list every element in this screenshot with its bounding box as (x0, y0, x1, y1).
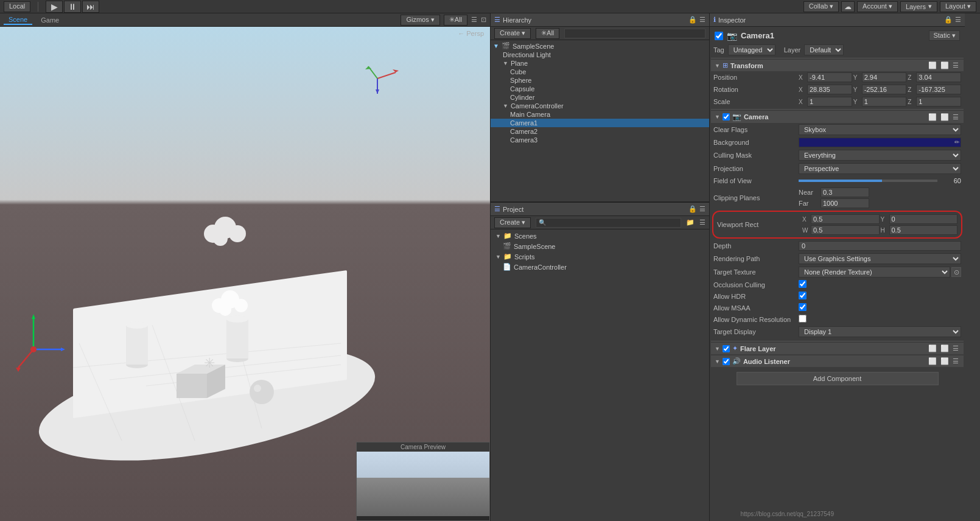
project-item-scenes[interactable]: ▼ 📁 Scenes (491, 231, 709, 241)
transform-icon-btn-2[interactable]: ⬜ (939, 61, 950, 69)
project-options[interactable]: ☰ (699, 205, 705, 213)
all-button[interactable]: ✳All (444, 15, 467, 26)
hierarchy-lock[interactable]: 🔒 (688, 16, 697, 24)
hierarchy-item-cylinder[interactable]: Cylinder (491, 93, 709, 102)
near-input[interactable] (821, 187, 869, 197)
game-tab[interactable]: Game (36, 16, 64, 24)
project-create[interactable]: Create ▾ (494, 217, 531, 228)
flare-layer-header[interactable]: ▼ ✦ Flare Layer ⬜ ⬜ ☰ (711, 343, 964, 354)
cloud-button[interactable]: ☁ (841, 1, 855, 12)
pos-z-input[interactable] (916, 72, 961, 82)
rendering-path-dropdown[interactable]: Use Graphics Settings (799, 253, 961, 264)
vp-y-input[interactable] (889, 214, 958, 224)
project-lock[interactable]: 🔒 (688, 205, 697, 213)
depth-input[interactable] (799, 241, 961, 251)
hierarchy-item-camera1[interactable]: Camera1 (491, 119, 709, 127)
allow-hdr-checkbox[interactable] (799, 292, 807, 299)
camera-icon-btn-2[interactable]: ⬜ (939, 113, 950, 121)
hierarchy-item-camera3[interactable]: Camera3 (491, 136, 709, 144)
project-item-scripts[interactable]: ▼ 📁 Scripts (491, 251, 709, 262)
hierarchy-item-cube[interactable]: Cube (491, 68, 709, 76)
occlusion-culling-checkbox[interactable] (799, 280, 807, 288)
allow-dynamic-res-checkbox[interactable] (799, 315, 807, 323)
culling-mask-dropdown[interactable]: Everything (799, 150, 961, 161)
vp-w-input[interactable] (811, 225, 880, 235)
camera-active-checkbox[interactable] (723, 113, 730, 121)
pos-x-input[interactable] (807, 72, 852, 82)
local-button[interactable]: Local (4, 1, 30, 12)
background-value[interactable]: ✏ (799, 138, 961, 147)
svg-point-18 (250, 380, 274, 404)
inspector-options[interactable]: ☰ (955, 16, 961, 24)
hierarchy-item-directional-light[interactable]: Directional Light (491, 51, 709, 59)
scene-options[interactable]: ☰ (471, 16, 477, 24)
collab-button[interactable]: Collab ▾ (803, 1, 839, 12)
rot-y-input[interactable] (862, 85, 907, 94)
hierarchy-item-cameracontroller[interactable]: ▼ CameraController (491, 102, 709, 110)
fov-slider[interactable] (799, 180, 937, 182)
camera-component-header[interactable]: ▼ 📷 Camera ⬜ ⬜ ☰ (711, 111, 964, 123)
flare-icon-btn-1[interactable]: ⬜ (927, 344, 938, 352)
target-texture-pick-btn[interactable]: ⊙ (951, 267, 961, 277)
hierarchy-all[interactable]: ✳All (536, 28, 559, 39)
hierarchy-create[interactable]: Create ▾ (494, 28, 531, 39)
scene-maximize[interactable]: ⊡ (481, 16, 486, 24)
rot-x-input[interactable] (807, 85, 852, 94)
flare-active-checkbox[interactable] (723, 345, 730, 352)
account-button[interactable]: Account ▾ (857, 1, 898, 12)
audio-listener-header[interactable]: ▼ 🔊 Audio Listener ⬜ ⬜ ☰ (711, 355, 964, 367)
clear-flags-dropdown[interactable]: Skybox (799, 124, 961, 135)
flare-icon-btn-3[interactable]: ☰ (951, 344, 960, 352)
step-button[interactable]: ⏭ (82, 1, 99, 13)
tag-dropdown[interactable]: Untagged (728, 44, 775, 55)
hierarchy-search[interactable] (564, 29, 705, 38)
audio-icon-btn-2[interactable]: ⬜ (939, 357, 950, 365)
hierarchy-item-plane[interactable]: ▼ Plane (491, 59, 709, 68)
hierarchy-options[interactable]: ☰ (699, 16, 705, 24)
audio-icon-btn-1[interactable]: ⬜ (927, 357, 938, 365)
pos-y-input[interactable] (862, 72, 907, 82)
camera-icon-btn-1[interactable]: ⬜ (927, 113, 938, 121)
inspector-lock[interactable]: 🔒 (944, 16, 953, 24)
hierarchy-item-main-camera[interactable]: Main Camera (491, 110, 709, 119)
hierarchy-item-capsule[interactable]: Capsule (491, 85, 709, 93)
layout-button[interactable]: Layout ▾ (940, 1, 976, 12)
scene-view[interactable]: ✳ (0, 27, 490, 521)
far-input[interactable] (821, 198, 869, 208)
layer-dropdown[interactable]: Default (804, 44, 844, 55)
hierarchy-item-sphere[interactable]: Sphere (491, 76, 709, 85)
scale-z-input[interactable] (916, 97, 961, 107)
transform-icon-btn-1[interactable]: ⬜ (927, 61, 938, 69)
layers-button[interactable]: Layers ▾ (900, 1, 937, 12)
allow-msaa-checkbox[interactable] (799, 303, 807, 311)
camera-icon-btn-3[interactable]: ☰ (951, 113, 960, 121)
rot-z-input[interactable] (916, 85, 961, 94)
obj-active-checkbox[interactable] (715, 32, 723, 40)
vp-x-input[interactable] (811, 214, 880, 224)
vp-h-input[interactable] (889, 225, 958, 235)
target-texture-dropdown[interactable]: None (Render Texture) (799, 267, 950, 278)
scale-x-input[interactable] (807, 97, 852, 107)
obj-name-input[interactable] (741, 31, 838, 40)
project-item-cameracontroller[interactable]: 📄 CameraController (491, 262, 709, 272)
transform-icon-btn-3[interactable]: ☰ (951, 61, 960, 69)
project-item-samplescene[interactable]: 🎬 SampleScene (491, 241, 709, 251)
add-component-button[interactable]: Add Component (737, 372, 939, 385)
project-list-icon[interactable]: ☰ (699, 219, 705, 226)
play-button[interactable]: ▶ (46, 1, 63, 13)
scale-y-input[interactable] (862, 97, 907, 107)
project-folder-icon[interactable]: 📁 (686, 219, 695, 226)
flare-icon-btn-2[interactable]: ⬜ (939, 344, 950, 352)
hierarchy-item-camera2[interactable]: Camera2 (491, 127, 709, 136)
audio-active-checkbox[interactable] (723, 358, 730, 365)
hierarchy-item-samplescene[interactable]: ▼ 🎬 SampleScene (491, 41, 709, 51)
audio-icon-btn-3[interactable]: ☰ (951, 357, 960, 365)
projection-dropdown[interactable]: Perspective (799, 163, 961, 174)
pause-button[interactable]: ⏸ (64, 1, 81, 13)
gizmos-button[interactable]: Gizmos ▾ (401, 15, 439, 26)
project-search[interactable]: 🔍 (536, 218, 681, 228)
scene-tab[interactable]: Scene (4, 15, 32, 25)
static-badge[interactable]: Static ▾ (929, 30, 960, 41)
transform-component-header[interactable]: ▼ ⊞ Transform ⬜ ⬜ ☰ (711, 60, 964, 71)
target-display-dropdown[interactable]: Display 1 (799, 326, 961, 337)
